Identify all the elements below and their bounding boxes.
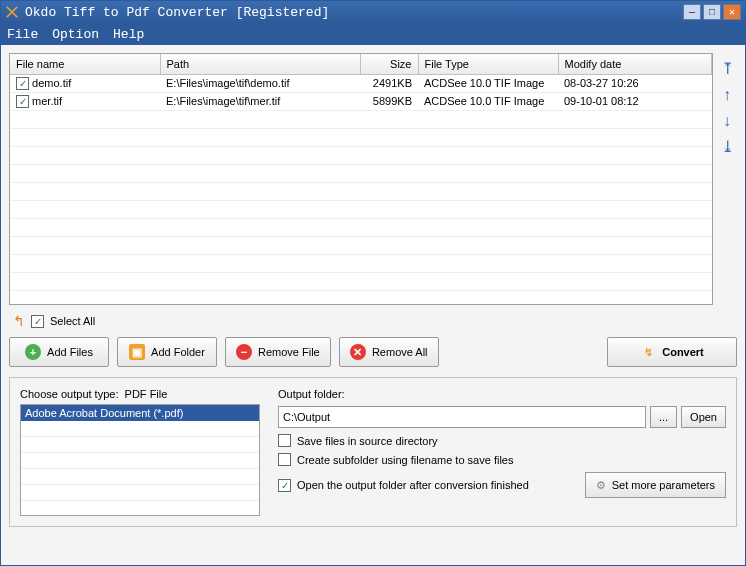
save-source-checkbox[interactable] <box>278 434 291 447</box>
reorder-buttons: ⤒ ↑ ↓ ⤓ <box>717 53 737 305</box>
up-level-icon[interactable]: ↰ <box>13 313 25 329</box>
open-after-checkbox[interactable] <box>278 479 291 492</box>
close-button[interactable]: ✕ <box>723 4 741 20</box>
open-after-label: Open the output folder after conversion … <box>297 479 529 491</box>
output-folder-section: Output folder: ... Open Save files in so… <box>278 388 726 516</box>
select-all-row: ↰ Select All <box>9 311 737 331</box>
x-icon: ✕ <box>350 344 366 360</box>
output-folder-input[interactable] <box>278 406 646 428</box>
maximize-button[interactable]: □ <box>703 4 721 20</box>
move-bottom-icon[interactable]: ⤓ <box>721 139 734 155</box>
header-filename[interactable]: File name <box>10 54 160 74</box>
move-top-icon[interactable]: ⤒ <box>721 61 734 77</box>
set-more-parameters-button[interactable]: ⚙Set more parameters <box>585 472 726 498</box>
titlebar: Okdo Tiff to Pdf Converter [Registered] … <box>1 1 745 23</box>
app-icon <box>5 5 19 19</box>
window-title: Okdo Tiff to Pdf Converter [Registered] <box>25 5 683 20</box>
minus-icon: − <box>236 344 252 360</box>
move-down-icon[interactable]: ↓ <box>723 113 731 129</box>
header-size[interactable]: Size <box>360 54 418 74</box>
choose-output-label: Choose output type: PDF File <box>20 388 260 400</box>
add-files-button[interactable]: +Add Files <box>9 337 109 367</box>
output-type-list[interactable]: Adobe Acrobat Document (*.pdf) <box>20 404 260 516</box>
gear-icon: ⚙ <box>596 479 606 492</box>
menu-help[interactable]: Help <box>113 27 144 42</box>
content-area: File name Path Size File Type Modify dat… <box>1 45 745 565</box>
file-list-area: File name Path Size File Type Modify dat… <box>9 53 737 305</box>
output-type-section: Choose output type: PDF File Adobe Acrob… <box>20 388 260 516</box>
add-folder-button[interactable]: ▣Add Folder <box>117 337 217 367</box>
table-row[interactable]: demo.tifE:\Files\image\tif\demo.tif2491K… <box>10 74 712 92</box>
file-table: File name Path Size File Type Modify dat… <box>9 53 713 305</box>
folder-icon: ▣ <box>129 344 145 360</box>
output-panel: Choose output type: PDF File Adobe Acrob… <box>9 377 737 527</box>
header-modifydate[interactable]: Modify date <box>558 54 712 74</box>
move-up-icon[interactable]: ↑ <box>723 87 731 103</box>
output-folder-label: Output folder: <box>278 388 726 400</box>
open-folder-button[interactable]: Open <box>681 406 726 428</box>
header-filetype[interactable]: File Type <box>418 54 558 74</box>
window-buttons: — □ ✕ <box>683 4 741 20</box>
action-buttons: +Add Files ▣Add Folder −Remove File ✕Rem… <box>9 337 737 367</box>
create-subfolder-label: Create subfolder using filename to save … <box>297 454 513 466</box>
table-row[interactable]: mer.tifE:\Files\image\tif\mer.tif5899KBA… <box>10 92 712 110</box>
menubar: File Option Help <box>1 23 745 45</box>
plus-icon: + <box>25 344 41 360</box>
remove-file-button[interactable]: −Remove File <box>225 337 331 367</box>
menu-option[interactable]: Option <box>52 27 99 42</box>
save-source-label: Save files in source directory <box>297 435 438 447</box>
select-all-checkbox[interactable] <box>31 315 44 328</box>
create-subfolder-checkbox[interactable] <box>278 453 291 466</box>
output-folder-row: ... Open <box>278 406 726 428</box>
minimize-button[interactable]: — <box>683 4 701 20</box>
convert-button[interactable]: ↯Convert <box>607 337 737 367</box>
row-checkbox[interactable] <box>16 77 29 90</box>
remove-all-button[interactable]: ✕Remove All <box>339 337 439 367</box>
output-type-option[interactable]: Adobe Acrobat Document (*.pdf) <box>21 405 259 421</box>
browse-button[interactable]: ... <box>650 406 677 428</box>
header-path[interactable]: Path <box>160 54 360 74</box>
convert-icon: ↯ <box>640 344 656 360</box>
app-window: Okdo Tiff to Pdf Converter [Registered] … <box>0 0 746 566</box>
select-all-label: Select All <box>50 315 95 327</box>
row-checkbox[interactable] <box>16 95 29 108</box>
menu-file[interactable]: File <box>7 27 38 42</box>
